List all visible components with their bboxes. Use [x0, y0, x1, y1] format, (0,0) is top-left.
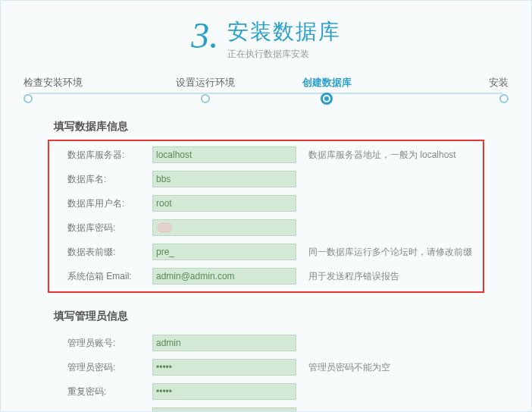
progress-step-node — [201, 94, 210, 103]
step-title: 安装数据库 — [227, 17, 341, 46]
admin-row-1: 管理员密码:管理员密码不能为空 — [54, 358, 478, 376]
db-row-4: 数据表前缀:同一数据库运行多个论坛时，请修改前缀 — [54, 243, 478, 261]
step-number: 3. — [191, 14, 218, 56]
db-input-1[interactable] — [152, 171, 296, 187]
progress-step-label: 检查安装环境 — [23, 76, 145, 90]
progress-step-label: 设置运行环境 — [145, 76, 266, 90]
db-input-2[interactable] — [152, 195, 296, 212]
progress-step-3: 安装 — [387, 76, 509, 105]
admin-label: 管理员账号: — [54, 337, 152, 350]
db-label: 数据库名: — [54, 173, 152, 186]
db-row-5: 系统信箱 Email:用于发送程序错误报告 — [54, 267, 478, 285]
progress-step-2: 创建数据库 — [266, 76, 387, 105]
db-input-0[interactable] — [152, 146, 296, 163]
progress-step-label: 安装 — [387, 76, 509, 90]
db-label: 系统信箱 Email: — [54, 270, 152, 283]
db-row-1: 数据库名: — [54, 170, 478, 188]
db-input-3[interactable] — [152, 219, 296, 236]
db-hint: 数据库服务器地址，一般为 localhost — [308, 149, 456, 162]
db-row-2: 数据库用户名: — [54, 194, 478, 212]
db-row-0: 数据库服务器:数据库服务器地址，一般为 localhost — [54, 146, 478, 164]
section-db-title: 填写数据库信息 — [54, 120, 478, 134]
db-highlight-box: 数据库服务器:数据库服务器地址，一般为 localhost数据库名:数据库用户名… — [48, 140, 484, 293]
admin-row-3: 管理员 Email: — [54, 407, 478, 412]
db-hint: 同一数据库运行多个论坛时，请修改前缀 — [308, 246, 472, 259]
admin-hint: 管理员密码不能为空 — [308, 361, 390, 374]
progress-step-1: 设置运行环境 — [145, 76, 266, 105]
progress-step-node — [23, 94, 33, 103]
page-header: 3. 安装数据库 正在执行数据库安装 — [1, 1, 531, 67]
db-label: 数据库用户名: — [54, 197, 152, 210]
db-label: 数据表前缀: — [54, 246, 152, 259]
progress-step-node — [499, 94, 509, 103]
db-label: 数据库密码: — [54, 222, 152, 234]
password-hint-icon — [157, 222, 172, 233]
admin-label: 管理员密码: — [54, 361, 152, 374]
progress-bar: 检查安装环境设置运行环境创建数据库安装 — [23, 76, 509, 106]
admin-label: 重复密码: — [54, 385, 152, 398]
progress-step-0: 检查安装环境 — [23, 76, 145, 105]
admin-row-2: 重复密码: — [54, 382, 478, 401]
db-hint: 用于发送程序错误报告 — [308, 270, 399, 283]
admin-input-0[interactable] — [152, 335, 296, 351]
admin-input-1[interactable] — [152, 359, 296, 376]
db-label: 数据库服务器: — [54, 149, 152, 162]
form-content: 填写数据库信息 数据库服务器:数据库服务器地址，一般为 localhost数据库… — [1, 106, 531, 412]
admin-input-3[interactable] — [152, 407, 296, 412]
step-subtitle: 正在执行数据库安装 — [227, 48, 341, 61]
db-input-5[interactable] — [152, 268, 296, 285]
admin-label: 管理员 Email: — [54, 410, 152, 413]
progress-step-label: 创建数据库 — [266, 76, 387, 90]
db-row-3: 数据库密码: — [54, 219, 478, 237]
progress-step-node — [321, 93, 333, 105]
db-input-4[interactable] — [152, 244, 296, 260]
step-title-wrap: 安装数据库 正在执行数据库安装 — [227, 17, 341, 61]
admin-row-0: 管理员账号: — [54, 334, 478, 352]
section-admin-title: 填写管理员信息 — [54, 310, 478, 323]
admin-input-2[interactable] — [152, 383, 296, 400]
